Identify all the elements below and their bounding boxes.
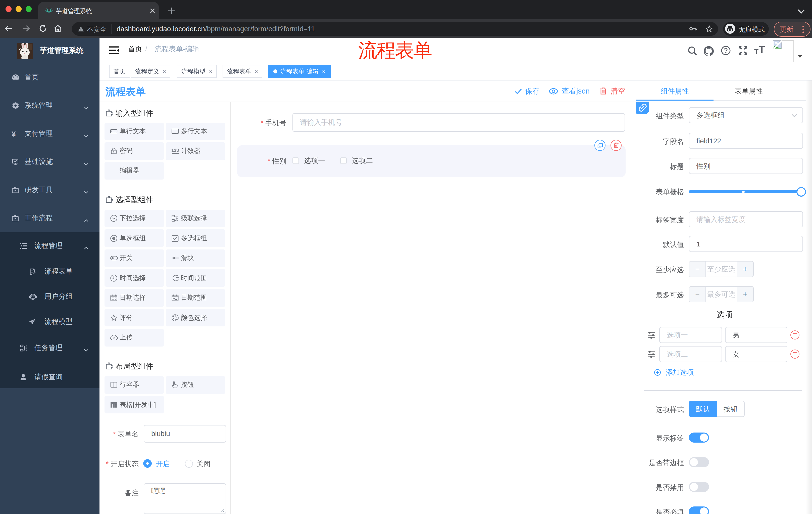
- svg-text:123: 123: [171, 148, 179, 153]
